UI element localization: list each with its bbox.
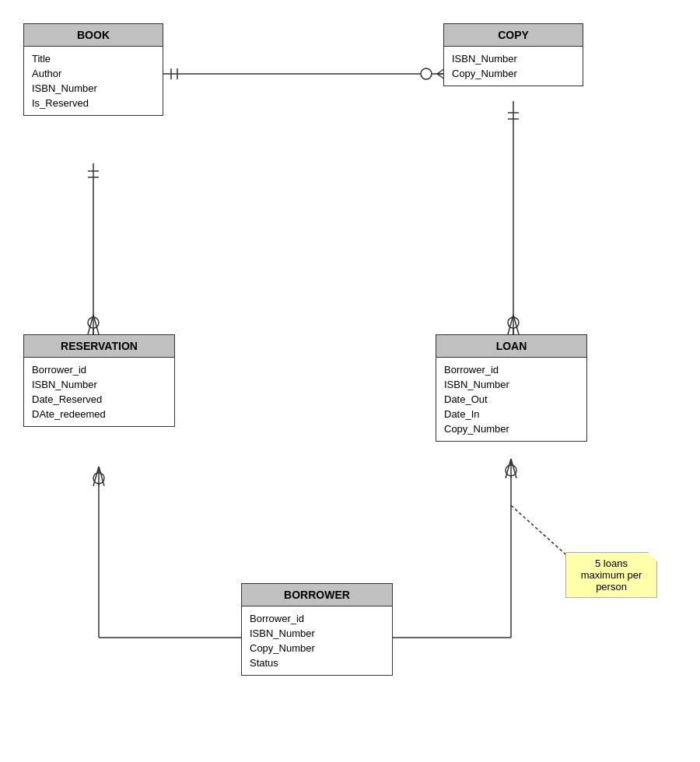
book-header: BOOK (24, 24, 163, 47)
svg-point-23 (93, 473, 104, 484)
svg-line-25 (99, 467, 104, 486)
svg-point-10 (88, 317, 99, 328)
svg-line-33 (511, 459, 516, 478)
reservation-field-isbn: ISBN_Number (32, 377, 166, 392)
loan-field-isbn: ISBN_Number (444, 377, 579, 392)
copy-field-number: Copy_Number (452, 66, 575, 81)
loans-note: 5 loans maximum per person (565, 552, 657, 598)
svg-line-12 (93, 315, 99, 334)
loan-body: Borrower_id ISBN_Number Date_Out Date_In… (436, 358, 586, 441)
borrower-field-copy-number: Copy_Number (250, 641, 384, 655)
book-field-isbn: ISBN_Number (32, 81, 155, 96)
borrower-field-status: Status (250, 655, 384, 670)
copy-body: ISBN_Number Copy_Number (444, 47, 583, 86)
reservation-entity: RESERVATION Borrower_id ISBN_Number Date… (23, 334, 175, 427)
copy-header: COPY (444, 24, 583, 47)
reservation-field-date-redeemed: DAte_redeemed (32, 407, 166, 421)
loan-entity: LOAN Borrower_id ISBN_Number Date_Out Da… (436, 334, 587, 442)
reservation-body: Borrower_id ISBN_Number Date_Reserved DA… (24, 358, 174, 426)
svg-line-32 (506, 459, 511, 478)
book-field-title: Title (32, 51, 155, 66)
copy-entity: COPY ISBN_Number Copy_Number (443, 23, 583, 86)
borrower-body: Borrower_id ISBN_Number Copy_Number Stat… (242, 606, 392, 675)
svg-point-31 (506, 465, 516, 476)
loan-header: LOAN (436, 335, 586, 358)
loan-field-copy-number: Copy_Number (444, 421, 579, 436)
reservation-field-date-reserved: Date_Reserved (32, 392, 166, 407)
loan-field-date-in: Date_In (444, 407, 579, 421)
loan-field-borrower-id: Borrower_id (444, 362, 579, 377)
svg-line-19 (513, 315, 519, 334)
svg-line-37 (511, 505, 572, 560)
er-diagram: BOOK Title Author ISBN_Number Is_Reserve… (0, 0, 700, 762)
copy-field-isbn: ISBN_Number (452, 51, 575, 66)
borrower-header: BORROWER (242, 584, 392, 606)
svg-line-11 (88, 315, 93, 334)
borrower-field-isbn: ISBN_Number (250, 626, 384, 641)
svg-line-24 (93, 467, 99, 486)
reservation-header: RESERVATION (24, 335, 174, 358)
book-field-author: Author (32, 66, 155, 81)
svg-point-3 (421, 68, 432, 79)
borrower-field-id: Borrower_id (250, 611, 384, 626)
book-entity: BOOK Title Author ISBN_Number Is_Reserve… (23, 23, 163, 116)
borrower-entity: BORROWER Borrower_id ISBN_Number Copy_Nu… (241, 583, 393, 676)
loan-field-date-out: Date_Out (444, 392, 579, 407)
svg-point-17 (508, 317, 519, 328)
book-field-reserved: Is_Reserved (32, 96, 155, 110)
reservation-field-borrower-id: Borrower_id (32, 362, 166, 377)
svg-line-18 (508, 315, 513, 334)
book-body: Title Author ISBN_Number Is_Reserved (24, 47, 163, 115)
